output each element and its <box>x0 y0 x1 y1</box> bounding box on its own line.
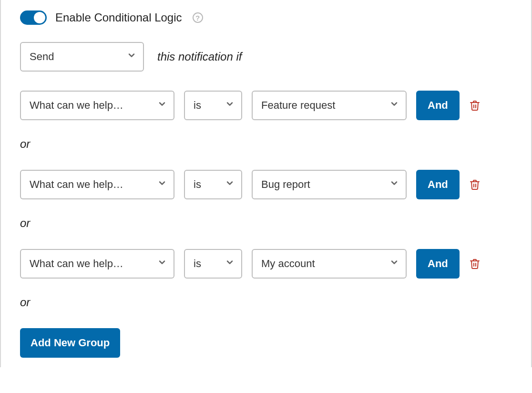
chevron-down-icon <box>225 258 235 270</box>
rule-row: What can we help… is Bug report And <box>20 170 512 199</box>
rule-operator-select[interactable]: is <box>184 249 242 279</box>
add-new-group-button[interactable]: Add New Group <box>20 328 120 358</box>
action-select[interactable]: Send <box>20 42 144 72</box>
rule-value-text: Bug report <box>261 178 383 191</box>
rule-value-text: My account <box>261 258 383 270</box>
conditional-logic-panel: Enable Conditional Logic ? Send this not… <box>0 0 532 367</box>
rule-operator-select[interactable]: is <box>184 170 242 199</box>
chevron-down-icon <box>225 99 235 112</box>
action-trailing-text: this notification if <box>157 50 242 63</box>
enable-toggle-label: Enable Conditional Logic <box>55 11 182 24</box>
rule-operator-select[interactable]: is <box>184 91 242 120</box>
rule-field-select[interactable]: What can we help… <box>20 91 174 120</box>
chevron-down-icon <box>389 99 399 112</box>
or-separator: or <box>20 217 512 230</box>
chevron-down-icon <box>127 51 136 63</box>
chevron-down-icon <box>225 178 235 191</box>
chevron-down-icon <box>157 258 167 270</box>
rule-row: What can we help… is Feature request And <box>20 91 512 120</box>
rule-value-select[interactable]: Bug report <box>252 170 407 199</box>
action-select-value: Send <box>30 51 120 63</box>
rule-operator-value: is <box>194 99 218 112</box>
rule-field-select[interactable]: What can we help… <box>20 249 174 279</box>
rule-field-value: What can we help… <box>30 99 151 112</box>
rule-value-select[interactable]: My account <box>252 249 407 279</box>
rule-field-value: What can we help… <box>30 178 151 191</box>
rule-operator-value: is <box>194 178 218 191</box>
or-separator: or <box>20 296 512 309</box>
delete-rule-icon[interactable] <box>469 178 481 191</box>
rule-value-text: Feature request <box>261 99 383 112</box>
enable-toggle[interactable] <box>20 10 47 25</box>
chevron-down-icon <box>389 178 399 191</box>
and-button[interactable]: And <box>416 249 460 279</box>
rule-row: What can we help… is My account And <box>20 249 512 279</box>
rule-value-select[interactable]: Feature request <box>252 91 407 120</box>
header-row: Enable Conditional Logic ? <box>20 10 512 25</box>
and-button[interactable]: And <box>416 170 460 199</box>
action-row: Send this notification if <box>20 42 512 72</box>
delete-rule-icon[interactable] <box>469 258 481 270</box>
chevron-down-icon <box>389 258 399 270</box>
chevron-down-icon <box>157 99 167 112</box>
and-button[interactable]: And <box>416 91 460 120</box>
rule-field-select[interactable]: What can we help… <box>20 170 174 199</box>
help-icon[interactable]: ? <box>193 12 203 23</box>
toggle-knob <box>34 12 45 23</box>
or-separator: or <box>20 137 512 151</box>
delete-rule-icon[interactable] <box>469 99 481 112</box>
rule-field-value: What can we help… <box>30 258 151 270</box>
rule-operator-value: is <box>194 258 218 270</box>
chevron-down-icon <box>157 178 167 191</box>
